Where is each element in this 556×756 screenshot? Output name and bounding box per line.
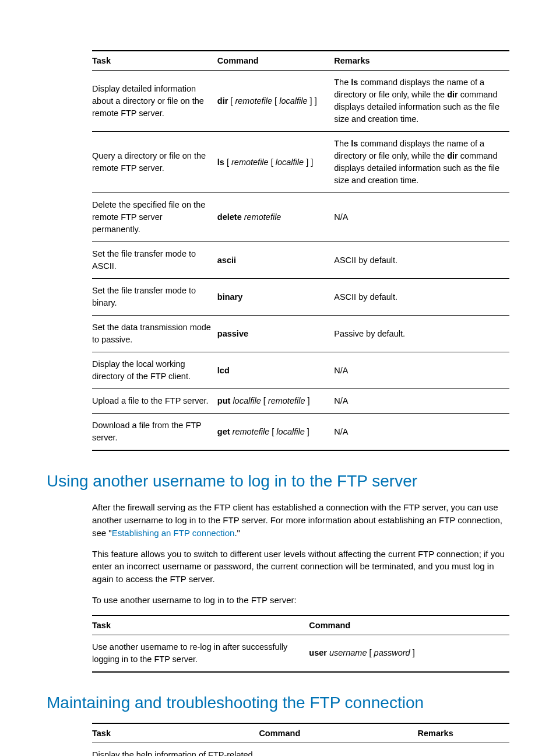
remarks-cell: N/A bbox=[334, 352, 509, 389]
cmd-name: dir bbox=[217, 96, 228, 106]
remarks-cell: N/A bbox=[334, 193, 509, 242]
command-cell: ascii bbox=[217, 242, 334, 279]
command-cell: user username [ password ] bbox=[309, 635, 509, 672]
table-row: Display the local working directory of t… bbox=[92, 352, 509, 389]
command-cell: dir [ remotefile [ localfile ] ] bbox=[217, 71, 334, 132]
cmd-name: binary bbox=[217, 292, 243, 302]
paragraph: To use another username to log in to the… bbox=[92, 594, 509, 607]
table-row: Set the data transmission mode to passiv… bbox=[92, 316, 509, 352]
table-header: Command bbox=[217, 51, 334, 71]
table-header: Remarks bbox=[417, 723, 509, 743]
ftp-commands-table: Task Command Remarks Display detailed in… bbox=[92, 50, 509, 451]
table-header: Remarks bbox=[334, 51, 509, 71]
table-row: Display the help information of FTP-rela… bbox=[92, 743, 509, 756]
remarks-cell: ASCII by default. bbox=[334, 242, 509, 279]
command-cell: lcd bbox=[217, 352, 334, 389]
section-heading-maintaining: Maintaining and troubleshooting the FTP … bbox=[47, 694, 509, 712]
table-row: Upload a file to the FTP server.put loca… bbox=[92, 389, 509, 414]
user-command-table: Task Command Use another username to re-… bbox=[92, 615, 509, 673]
remarks-cell: The ls command displays the name of a di… bbox=[334, 132, 509, 193]
cmd-name: ascii bbox=[217, 256, 236, 265]
section-heading-username: Using another username to log in to the … bbox=[47, 472, 509, 491]
remarks-cell: N/A bbox=[417, 743, 509, 756]
table-row: Set the file transfer mode to ASCII.asci… bbox=[92, 242, 509, 279]
table-row: Delete the specified file on the remote … bbox=[92, 193, 509, 242]
task-cell: Set the file transfer mode to ASCII. bbox=[92, 242, 217, 279]
remarks-cell: ASCII by default. bbox=[334, 279, 509, 316]
task-cell: Set the file transfer mode to binary. bbox=[92, 279, 217, 316]
remarks-cell: N/A bbox=[334, 389, 509, 414]
table-header: Command bbox=[309, 615, 509, 635]
remarks-cell: The ls command displays the name of a di… bbox=[334, 71, 509, 132]
cmd-name: lcd bbox=[217, 366, 230, 375]
task-cell: Set the data transmission mode to passiv… bbox=[92, 316, 217, 352]
table-header: Task bbox=[92, 51, 217, 71]
table-row: Download a file from the FTP server.get … bbox=[92, 414, 509, 451]
cmd-args: username [ password ] bbox=[327, 648, 415, 657]
task-cell: Display detailed information about a dir… bbox=[92, 71, 217, 132]
link-establishing-ftp-connection[interactable]: Establishing an FTP connection bbox=[112, 528, 235, 538]
task-cell: Use another username to re-log in after … bbox=[92, 635, 309, 672]
maintain-table: Task Command Remarks Display the help in… bbox=[92, 723, 509, 756]
cmd-name: delete bbox=[217, 212, 242, 222]
command-cell: passive bbox=[217, 316, 334, 352]
command-cell: get remotefile [ localfile ] bbox=[217, 414, 334, 451]
cmd-name: user bbox=[309, 648, 327, 657]
remarks-cell: Passive by default. bbox=[334, 316, 509, 352]
paragraph: After the firewall serving as the FTP cl… bbox=[92, 501, 509, 539]
command-cell: delete remotefile bbox=[217, 193, 334, 242]
command-cell: put localfile [ remotefile ] bbox=[217, 389, 334, 414]
command-cell: binary bbox=[217, 279, 334, 316]
cmd-name: passive bbox=[217, 329, 248, 338]
task-cell: Upload a file to the FTP server. bbox=[92, 389, 217, 414]
table-header: Command bbox=[259, 723, 417, 743]
table-header: Task bbox=[92, 723, 259, 743]
task-cell: Delete the specified file on the remote … bbox=[92, 193, 217, 242]
command-cell: remotehelp [ protocol-command ] bbox=[259, 743, 417, 756]
table-row: Display detailed information about a dir… bbox=[92, 71, 509, 132]
cmd-name: ls bbox=[217, 158, 224, 167]
paragraph: This feature allows you to switch to dif… bbox=[92, 548, 509, 586]
table-header: Task bbox=[92, 615, 309, 635]
table-row: Set the file transfer mode to binary.bin… bbox=[92, 279, 509, 316]
remarks-cell: N/A bbox=[334, 414, 509, 451]
task-cell: Query a directory or file on the remote … bbox=[92, 132, 217, 193]
task-cell: Download a file from the FTP server. bbox=[92, 414, 217, 451]
table-row: Query a directory or file on the remote … bbox=[92, 132, 509, 193]
table-row: Use another username to re-log in after … bbox=[92, 635, 509, 672]
command-cell: ls [ remotefile [ localfile ] ] bbox=[217, 132, 334, 193]
text: ." bbox=[234, 528, 240, 538]
cmd-name: get bbox=[217, 427, 230, 436]
cmd-name: put bbox=[217, 396, 231, 405]
task-cell: Display the help information of FTP-rela… bbox=[92, 743, 259, 756]
task-cell: Display the local working directory of t… bbox=[92, 352, 217, 389]
